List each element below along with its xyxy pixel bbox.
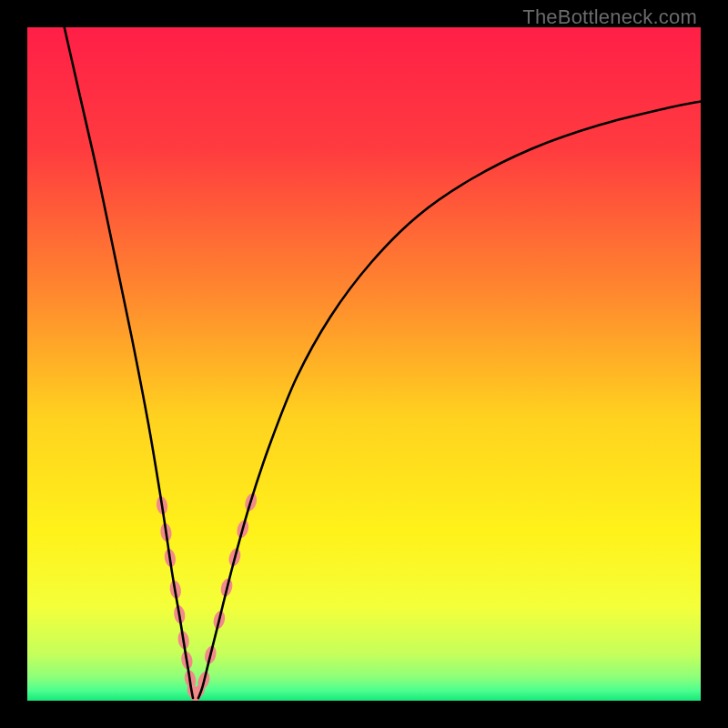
watermark-text: TheBottleneck.com (522, 5, 697, 29)
curve-right-branch (198, 101, 701, 698)
plot-area (27, 27, 701, 701)
curve-layer (27, 27, 701, 701)
chart-frame: TheBottleneck.com (0, 0, 728, 728)
